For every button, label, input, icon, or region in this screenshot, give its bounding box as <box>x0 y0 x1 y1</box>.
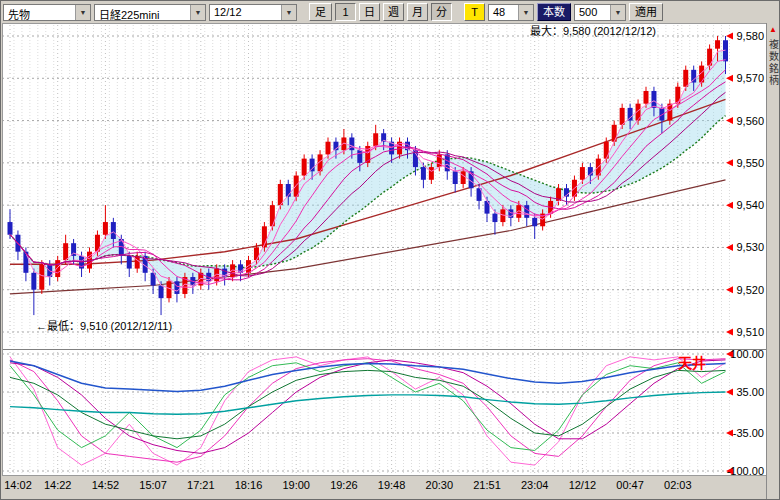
svg-text:19:00: 19:00 <box>282 479 310 491</box>
svg-text:14:22: 14:22 <box>44 479 72 491</box>
dropdown-arrow-icon[interactable]: ▼ <box>610 5 625 20</box>
period-month-button[interactable]: 月 <box>407 3 428 21</box>
svg-text:17:21: 17:21 <box>187 479 215 491</box>
chart-holder: 9,5809,5709,5609,5509,5409,5309,5209,510… <box>2 23 768 500</box>
svg-text:9,560: 9,560 <box>736 115 764 127</box>
side-panel-tab[interactable]: ▲ 複数銘柄 <box>766 23 779 500</box>
svg-text:天井: 天井 <box>678 355 706 371</box>
bar-width-value: 48 <box>489 5 518 20</box>
period-week-button[interactable]: 週 <box>383 3 404 21</box>
scroll-up-icon[interactable]: ▲ <box>769 25 777 35</box>
svg-text:9,510: 9,510 <box>736 326 764 338</box>
svg-text:19:26: 19:26 <box>330 479 358 491</box>
dropdown-arrow-icon[interactable]: ▼ <box>281 5 296 20</box>
svg-text:14:52: 14:52 <box>92 479 120 491</box>
chart-window: 先物 ▼ 日経225mini ▼ 12/12 ▼ 足 1 日 週 月 分 T 4… <box>0 0 780 500</box>
symbol-select-value: 日経225mini <box>95 5 190 20</box>
svg-text:19:48: 19:48 <box>378 479 406 491</box>
market-select[interactable]: 先物 ▼ <box>3 4 91 21</box>
bar-count-value: 500 <box>575 5 610 20</box>
svg-text:14:02: 14:02 <box>4 479 32 491</box>
market-select-value: 先物 <box>4 5 75 20</box>
svg-text:-35.00: -35.00 <box>733 427 764 439</box>
symbol-select[interactable]: 日経225mini ▼ <box>94 4 206 21</box>
dropdown-arrow-icon[interactable]: ▼ <box>75 5 90 20</box>
svg-text:02:03: 02:03 <box>664 479 692 491</box>
toolbar: 先物 ▼ 日経225mini ▼ 12/12 ▼ 足 1 日 週 月 分 T 4… <box>1 1 779 23</box>
dropdown-arrow-icon[interactable]: ▼ <box>518 5 533 20</box>
date-select[interactable]: 12/12 ▼ <box>209 4 297 21</box>
svg-text:20:30: 20:30 <box>426 479 454 491</box>
side-panel-tab-label: 複数銘柄 <box>766 39 780 87</box>
svg-text:18:16: 18:16 <box>235 479 263 491</box>
svg-text:00:47: 00:47 <box>616 479 644 491</box>
svg-text:9,580: 9,580 <box>736 30 764 42</box>
svg-text:9,550: 9,550 <box>736 157 764 169</box>
svg-text:9,570: 9,570 <box>736 72 764 84</box>
dropdown-arrow-icon[interactable]: ▼ <box>190 5 205 20</box>
period-1min-button[interactable]: 1 <box>335 3 356 21</box>
bar-width-select[interactable]: 48 ▼ <box>488 4 534 21</box>
svg-text:9,520: 9,520 <box>736 284 764 296</box>
apply-button[interactable]: 適用 <box>629 3 663 21</box>
svg-text:100.00: 100.00 <box>730 348 764 360</box>
svg-text:最大：9,580 (2012/12/12): 最大：9,580 (2012/12/12) <box>530 24 656 37</box>
chart-area[interactable]: 9,5809,5709,5609,5509,5409,5309,5209,510… <box>2 23 768 500</box>
tick-button[interactable]: T <box>464 3 485 21</box>
svg-text:23:04: 23:04 <box>521 479 549 491</box>
period-day-button[interactable]: 日 <box>359 3 380 21</box>
svg-text:-100.00: -100.00 <box>727 465 764 477</box>
bar-type-button[interactable]: 足 <box>309 3 332 21</box>
svg-text:21:51: 21:51 <box>473 479 501 491</box>
svg-text:←最低：9,510 (2012/12/11): ←最低：9,510 (2012/12/11) <box>36 320 172 332</box>
svg-text:9,530: 9,530 <box>736 241 764 253</box>
date-select-value: 12/12 <box>210 5 281 20</box>
svg-text:15:07: 15:07 <box>139 479 167 491</box>
bar-count-select[interactable]: 500 ▼ <box>574 4 626 21</box>
svg-text:12/12: 12/12 <box>569 479 597 491</box>
svg-text:9,540: 9,540 <box>736 199 764 211</box>
svg-text:35.00: 35.00 <box>736 386 764 398</box>
bar-count-label-button[interactable]: 本数 <box>537 3 571 21</box>
period-minute-button[interactable]: 分 <box>431 3 452 21</box>
